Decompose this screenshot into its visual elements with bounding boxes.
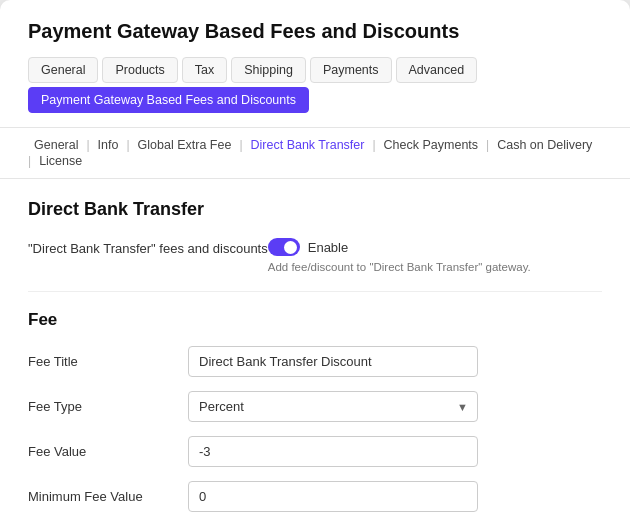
nav-tabs: GeneralProductsTaxShippingPaymentsAdvanc…: [0, 57, 630, 128]
form-label-fee-value: Fee Value: [28, 444, 188, 459]
form-row-fee-value: Fee Value: [28, 436, 602, 467]
subnav-item-global-extra-fee[interactable]: Global Extra Fee: [132, 138, 238, 152]
enable-row: Enable: [268, 238, 531, 256]
select-fee-type[interactable]: PercentFixedPercent (Product): [188, 391, 478, 422]
subnav-item-cash-on-delivery[interactable]: Cash on Delivery: [491, 138, 598, 152]
form-row-fee-type: Fee TypePercentFixedPercent (Product)▼: [28, 391, 602, 422]
setting-control: Enable Add fee/discount to "Direct Bank …: [268, 238, 531, 273]
section-title: Direct Bank Transfer: [28, 199, 602, 220]
subnav-separator: |: [372, 138, 375, 152]
form-label-min-fee-value: Minimum Fee Value: [28, 489, 188, 504]
subnav-item-direct-bank-transfer[interactable]: Direct Bank Transfer: [245, 138, 371, 152]
enable-toggle[interactable]: [268, 238, 300, 256]
sub-nav: General|Info|Global Extra Fee|Direct Ban…: [0, 128, 630, 179]
select-wrapper-fee-type: PercentFixedPercent (Product)▼: [188, 391, 478, 422]
nav-tab-general[interactable]: General: [28, 57, 98, 83]
nav-tab-tax[interactable]: Tax: [182, 57, 227, 83]
content-area: Direct Bank Transfer "Direct Bank Transf…: [0, 179, 630, 520]
subnav-separator: |: [239, 138, 242, 152]
nav-tab-payments[interactable]: Payments: [310, 57, 392, 83]
subnav-item-general[interactable]: General: [28, 138, 84, 152]
form-row-fee-title: Fee Title: [28, 346, 602, 377]
help-text: Add fee/discount to "Direct Bank Transfe…: [268, 261, 531, 273]
fee-fields: Fee TitleFee TypePercentFixedPercent (Pr…: [28, 346, 602, 520]
nav-tab-products[interactable]: Products: [102, 57, 177, 83]
subnav-separator: |: [486, 138, 489, 152]
nav-tab-advanced[interactable]: Advanced: [396, 57, 478, 83]
subnav-separator: |: [86, 138, 89, 152]
form-row-min-fee-value: Minimum Fee Value: [28, 481, 602, 512]
fee-section: Fee Fee TitleFee TypePercentFixedPercent…: [28, 310, 602, 520]
nav-tab-shipping[interactable]: Shipping: [231, 57, 306, 83]
fee-section-title: Fee: [28, 310, 602, 330]
enable-label: Enable: [308, 240, 348, 255]
subnav-separator: |: [126, 138, 129, 152]
subnav-separator: |: [28, 154, 31, 168]
subnav-item-license[interactable]: License: [33, 154, 88, 168]
page-title: Payment Gateway Based Fees and Discounts: [0, 0, 630, 57]
enable-setting-row: "Direct Bank Transfer" fees and discount…: [28, 238, 602, 292]
main-window: Payment Gateway Based Fees and Discounts…: [0, 0, 630, 520]
setting-label: "Direct Bank Transfer" fees and discount…: [28, 238, 268, 256]
form-label-fee-title: Fee Title: [28, 354, 188, 369]
subnav-item-info[interactable]: Info: [92, 138, 125, 152]
subnav-item-check-payments[interactable]: Check Payments: [378, 138, 484, 152]
input-fee-value[interactable]: [188, 436, 478, 467]
nav-tab-pgbfd[interactable]: Payment Gateway Based Fees and Discounts: [28, 87, 309, 113]
input-min-fee-value[interactable]: [188, 481, 478, 512]
form-label-fee-type: Fee Type: [28, 399, 188, 414]
input-fee-title[interactable]: [188, 346, 478, 377]
